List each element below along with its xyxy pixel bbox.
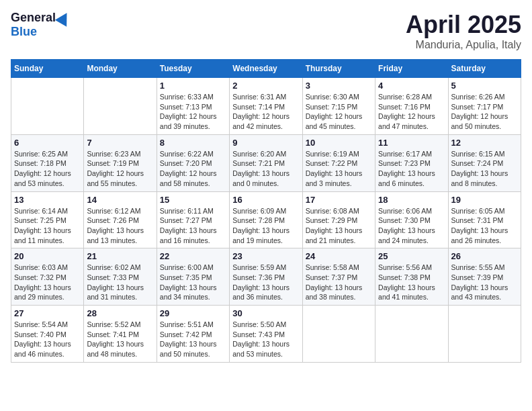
calendar-week-row: 6Sunrise: 6:25 AM Sunset: 7:18 PM Daylig… [11,134,521,191]
calendar-cell [302,306,375,363]
calendar-cell: 1Sunrise: 6:33 AM Sunset: 7:13 PM Daylig… [157,78,229,135]
day-number: 21 [87,251,153,261]
day-info: Sunrise: 6:26 AM Sunset: 7:17 PM Dayligh… [451,92,518,132]
day-number: 28 [87,308,153,318]
calendar-cell: 12Sunrise: 6:15 AM Sunset: 7:24 PM Dayli… [448,134,521,191]
day-info: Sunrise: 6:12 AM Sunset: 7:26 PM Dayligh… [87,206,153,246]
calendar-week-row: 13Sunrise: 6:14 AM Sunset: 7:25 PM Dayli… [11,191,521,248]
day-of-week-header: Friday [375,60,448,78]
day-number: 30 [232,308,299,318]
calendar-cell: 11Sunrise: 6:17 AM Sunset: 7:23 PM Dayli… [375,134,448,191]
day-info: Sunrise: 6:28 AM Sunset: 7:16 PM Dayligh… [378,92,445,132]
day-info: Sunrise: 6:14 AM Sunset: 7:25 PM Dayligh… [14,206,81,246]
calendar-cell: 17Sunrise: 6:08 AM Sunset: 7:29 PM Dayli… [302,191,375,248]
day-info: Sunrise: 6:15 AM Sunset: 7:24 PM Dayligh… [451,149,518,189]
day-info: Sunrise: 6:08 AM Sunset: 7:29 PM Dayligh… [306,206,372,246]
day-info: Sunrise: 6:31 AM Sunset: 7:14 PM Dayligh… [232,92,299,132]
calendar-week-row: 27Sunrise: 5:54 AM Sunset: 7:40 PM Dayli… [11,306,521,363]
day-number: 24 [306,251,372,261]
calendar-cell: 28Sunrise: 5:52 AM Sunset: 7:41 PM Dayli… [84,306,157,363]
day-number: 5 [451,81,518,91]
calendar-cell: 19Sunrise: 6:05 AM Sunset: 7:31 PM Dayli… [448,191,521,248]
day-number: 4 [378,81,445,91]
calendar-cell: 15Sunrise: 6:11 AM Sunset: 7:27 PM Dayli… [157,191,229,248]
day-of-week-header: Saturday [448,60,521,78]
day-number: 2 [232,81,299,91]
day-number: 14 [87,195,153,205]
day-info: Sunrise: 5:50 AM Sunset: 7:43 PM Dayligh… [232,320,299,359]
day-info: Sunrise: 6:02 AM Sunset: 7:33 PM Dayligh… [87,263,153,302]
day-number: 26 [451,251,518,261]
calendar-cell [11,78,84,135]
calendar-cell: 7Sunrise: 6:23 AM Sunset: 7:19 PM Daylig… [84,134,157,191]
day-info: Sunrise: 6:00 AM Sunset: 7:35 PM Dayligh… [160,263,226,302]
calendar-cell: 21Sunrise: 6:02 AM Sunset: 7:33 PM Dayli… [84,248,157,306]
calendar-cell: 25Sunrise: 5:56 AM Sunset: 7:38 PM Dayli… [375,248,448,306]
day-number: 20 [14,251,81,261]
day-number: 16 [232,195,299,205]
day-info: Sunrise: 6:06 AM Sunset: 7:30 PM Dayligh… [378,206,445,246]
page-header: General Blue April 2025 Manduria, Apulia… [11,11,521,51]
calendar-cell: 3Sunrise: 6:30 AM Sunset: 7:15 PM Daylig… [302,78,375,135]
calendar-cell: 27Sunrise: 5:54 AM Sunset: 7:40 PM Dayli… [11,306,84,363]
month-title: April 2025 [406,11,521,39]
calendar-cell: 9Sunrise: 6:20 AM Sunset: 7:21 PM Daylig… [230,134,302,191]
calendar-cell: 29Sunrise: 5:51 AM Sunset: 7:42 PM Dayli… [157,306,229,363]
day-info: Sunrise: 6:33 AM Sunset: 7:13 PM Dayligh… [160,92,226,132]
day-number: 27 [14,308,81,318]
day-number: 6 [14,138,81,148]
day-info: Sunrise: 6:03 AM Sunset: 7:32 PM Dayligh… [14,263,81,302]
day-of-week-header: Thursday [302,60,375,78]
day-info: Sunrise: 5:51 AM Sunset: 7:42 PM Dayligh… [160,320,226,359]
day-number: 11 [378,138,445,148]
day-info: Sunrise: 6:23 AM Sunset: 7:19 PM Dayligh… [87,149,153,189]
calendar-cell: 16Sunrise: 6:09 AM Sunset: 7:28 PM Dayli… [230,191,302,248]
day-of-week-header: Wednesday [230,60,302,78]
day-of-week-header: Sunday [11,60,84,78]
day-of-week-header: Monday [84,60,157,78]
logo-blue-text: Blue [11,25,37,39]
calendar-cell: 18Sunrise: 6:06 AM Sunset: 7:30 PM Dayli… [375,191,448,248]
day-number: 17 [306,195,372,205]
calendar-cell: 2Sunrise: 6:31 AM Sunset: 7:14 PM Daylig… [230,78,302,135]
calendar-cell [448,306,521,363]
day-info: Sunrise: 6:17 AM Sunset: 7:23 PM Dayligh… [378,149,445,189]
day-info: Sunrise: 6:19 AM Sunset: 7:22 PM Dayligh… [306,149,372,189]
day-info: Sunrise: 5:54 AM Sunset: 7:40 PM Dayligh… [14,320,81,359]
calendar-header-row: SundayMondayTuesdayWednesdayThursdayFrid… [11,60,521,78]
day-number: 29 [160,308,226,318]
day-number: 12 [451,138,518,148]
calendar-table: SundayMondayTuesdayWednesdayThursdayFrid… [11,59,521,363]
day-info: Sunrise: 6:25 AM Sunset: 7:18 PM Dayligh… [14,149,81,189]
calendar-cell [84,78,157,135]
day-info: Sunrise: 6:09 AM Sunset: 7:28 PM Dayligh… [232,206,299,246]
day-number: 8 [160,138,226,148]
calendar-cell: 14Sunrise: 6:12 AM Sunset: 7:26 PM Dayli… [84,191,157,248]
calendar-body: 1Sunrise: 6:33 AM Sunset: 7:13 PM Daylig… [11,78,521,363]
day-number: 15 [160,195,226,205]
day-info: Sunrise: 5:52 AM Sunset: 7:41 PM Dayligh… [87,320,153,359]
day-number: 19 [451,195,518,205]
calendar-cell: 5Sunrise: 6:26 AM Sunset: 7:17 PM Daylig… [448,78,521,135]
logo-general-text: General [11,11,56,25]
day-number: 1 [160,81,226,91]
day-info: Sunrise: 6:11 AM Sunset: 7:27 PM Dayligh… [160,206,226,246]
day-info: Sunrise: 6:22 AM Sunset: 7:20 PM Dayligh… [160,149,226,189]
logo-arrow-icon [55,9,73,27]
calendar-week-row: 20Sunrise: 6:03 AM Sunset: 7:32 PM Dayli… [11,248,521,306]
day-info: Sunrise: 6:30 AM Sunset: 7:15 PM Dayligh… [306,92,372,132]
title-block: April 2025 Manduria, Apulia, Italy [406,11,521,51]
location-title: Manduria, Apulia, Italy [406,39,521,51]
calendar-cell: 23Sunrise: 5:59 AM Sunset: 7:36 PM Dayli… [230,248,302,306]
day-number: 23 [232,251,299,261]
day-number: 7 [87,138,153,148]
day-info: Sunrise: 5:58 AM Sunset: 7:37 PM Dayligh… [306,263,372,302]
calendar-cell: 26Sunrise: 5:55 AM Sunset: 7:39 PM Dayli… [448,248,521,306]
calendar-cell: 22Sunrise: 6:00 AM Sunset: 7:35 PM Dayli… [157,248,229,306]
day-number: 10 [306,138,372,148]
day-number: 18 [378,195,445,205]
day-info: Sunrise: 5:59 AM Sunset: 7:36 PM Dayligh… [232,263,299,302]
day-number: 25 [378,251,445,261]
calendar-cell: 24Sunrise: 5:58 AM Sunset: 7:37 PM Dayli… [302,248,375,306]
calendar-cell: 10Sunrise: 6:19 AM Sunset: 7:22 PM Dayli… [302,134,375,191]
